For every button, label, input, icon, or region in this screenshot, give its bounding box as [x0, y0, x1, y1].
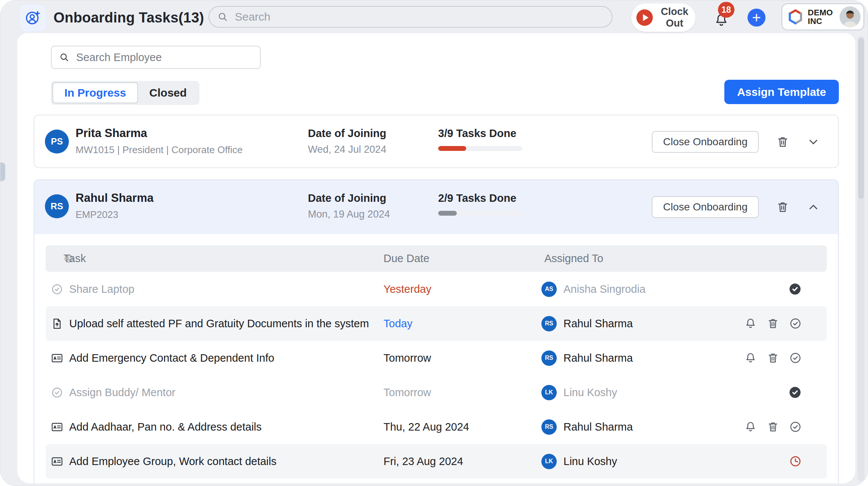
check-circle-icon — [51, 283, 63, 295]
employee-subtitle: EMP2023 — [76, 209, 153, 221]
trash-icon[interactable] — [767, 317, 779, 330]
left-edge-handle[interactable] — [0, 162, 5, 181]
check-circle-icon — [51, 386, 63, 399]
close-onboarding-button[interactable]: Close Onboarding — [652, 131, 759, 153]
id-card-icon — [51, 421, 63, 433]
due-date: Today — [383, 306, 412, 341]
trash-icon[interactable] — [767, 352, 779, 364]
account-switcher[interactable]: DEMOINC — [782, 3, 864, 30]
column-assigned-to: Assigned To — [544, 245, 603, 272]
table-row[interactable]: Upload self attested PF and Gratuity Doc… — [46, 306, 827, 341]
tasks-done-label: 3/9 Tasks Done — [438, 127, 523, 140]
assign-template-button[interactable]: Assign Template — [724, 80, 839, 104]
global-search-bar[interactable] — [208, 6, 612, 28]
task-name: Assign Buddy/ Mentor — [69, 386, 175, 399]
doj-label: Date of Joining — [308, 192, 390, 204]
doj-value: Wed, 24 Jul 2024 — [308, 144, 386, 155]
assignee-avatar: LK — [541, 385, 557, 400]
mark-done-icon[interactable] — [789, 317, 802, 330]
doj-value: Mon, 19 Aug 2024 — [308, 209, 390, 220]
task-name: Add Emergency Contact & Dependent Info — [69, 352, 274, 364]
chevron-down-icon[interactable] — [807, 135, 820, 149]
completed-check-icon — [788, 386, 802, 399]
completed-check-icon — [788, 282, 802, 296]
remind-bell-icon[interactable] — [744, 352, 757, 364]
search-icon — [59, 52, 69, 63]
file-upload-icon — [51, 318, 63, 330]
notifications[interactable]: 18 — [710, 2, 744, 34]
due-date: Yesterday — [383, 272, 431, 306]
overdue-clock-icon — [789, 455, 802, 468]
company-name: DEMOINC — [808, 8, 833, 25]
task-table-header: Task Due Date Assigned To — [46, 245, 827, 272]
chevron-up-icon[interactable] — [807, 200, 820, 214]
trash-icon[interactable] — [776, 200, 789, 214]
assignee-name: Anisha Singrodia — [563, 283, 645, 295]
status-tabs: In Progress Closed — [51, 81, 199, 105]
table-row[interactable]: Share Laptop Yesterday AS Anisha Singrod… — [46, 272, 827, 306]
assignee-name: Rahul Sharma — [563, 352, 633, 364]
add-button[interactable] — [748, 9, 765, 27]
row-actions — [744, 341, 802, 375]
assignee-avatar: RS — [541, 350, 557, 366]
assignee-name: Rahul Sharma — [563, 318, 633, 330]
due-date: Tomorrow — [383, 341, 431, 375]
vertical-scrollbar[interactable] — [858, 36, 865, 481]
row-actions — [744, 410, 802, 444]
due-date: Thu, 22 Aug 2024 — [383, 410, 469, 444]
onboarding-app-icon[interactable] — [19, 4, 47, 32]
row-actions — [744, 306, 802, 341]
page-title: Onboarding Tasks(13) — [54, 0, 204, 35]
avatar: PS — [45, 130, 69, 154]
table-row[interactable]: Add Emergency Contact & Dependent Info T… — [46, 341, 827, 375]
table-row[interactable]: Add Employee Group, Work contact details… — [46, 444, 827, 479]
task-name: Upload self attested PF and Gratuity Doc… — [69, 318, 369, 330]
task-name: Add Employee Group, Work contact details — [69, 455, 276, 468]
global-search-input[interactable] — [234, 10, 603, 24]
task-name: Share Laptop — [69, 283, 134, 295]
employee-card-header[interactable]: RS Rahul Sharma EMP2023 Date of Joining … — [34, 180, 838, 234]
remind-bell-icon[interactable] — [744, 420, 757, 433]
trash-icon[interactable] — [776, 135, 789, 149]
id-card-icon — [51, 455, 63, 468]
employee-name: Prita Sharma — [76, 127, 243, 140]
table-row[interactable]: Assign Buddy/ Mentor Tomorrow LK Linu Ko… — [46, 375, 827, 410]
due-date: Fri, 23 Aug 2024 — [383, 444, 463, 479]
assignee-avatar: AS — [541, 282, 557, 297]
close-onboarding-button[interactable]: Close Onboarding — [652, 196, 759, 218]
assignee-name: Linu Koshy — [563, 386, 617, 399]
avatar: RS — [45, 194, 69, 218]
due-date: Tomorrow — [383, 375, 431, 410]
play-circle-icon — [636, 8, 654, 27]
employee-card-prita-sharma[interactable]: PS Prita Sharma MW1015 | President | Cor… — [34, 115, 839, 168]
tab-in-progress[interactable]: In Progress — [52, 82, 138, 103]
table-row[interactable]: Add Aadhaar, Pan no. & Address details T… — [46, 410, 827, 444]
remind-bell-icon[interactable] — [744, 317, 757, 330]
employee-search-bar[interactable] — [51, 46, 261, 69]
scrollbar-thumb[interactable] — [858, 38, 864, 199]
trash-icon[interactable] — [767, 420, 779, 433]
row-actions — [789, 444, 802, 479]
row-actions — [788, 375, 802, 410]
user-avatar[interactable] — [840, 6, 861, 27]
clock-out-button[interactable]: Clock Out — [631, 3, 696, 32]
progress-bar — [438, 146, 523, 151]
employee-card-rahul-sharma: RS Rahul Sharma EMP2023 Date of Joining … — [34, 179, 839, 483]
main-panel: In Progress Closed Assign Template PS Pr… — [17, 33, 855, 483]
assignee-avatar: RS — [541, 316, 557, 331]
assignee-name: Linu Koshy — [563, 455, 617, 468]
plus-icon — [751, 12, 762, 23]
doj-label: Date of Joining — [308, 127, 386, 140]
employee-search-input[interactable] — [75, 51, 253, 64]
tab-closed[interactable]: Closed — [138, 82, 198, 103]
progress-bar — [438, 211, 523, 216]
company-logo-icon — [787, 8, 804, 25]
search-icon — [217, 11, 228, 22]
employee-subtitle: MW1015 | President | Corporate Office — [76, 144, 243, 156]
assignee-name: Rahul Sharma — [563, 421, 633, 433]
task-table-body: Share Laptop Yesterday AS Anisha Singrod… — [46, 272, 827, 479]
tasks-done-label: 2/9 Tasks Done — [438, 192, 523, 204]
mark-done-icon[interactable] — [789, 420, 802, 433]
id-card-icon — [51, 352, 63, 364]
mark-done-icon[interactable] — [789, 352, 802, 364]
